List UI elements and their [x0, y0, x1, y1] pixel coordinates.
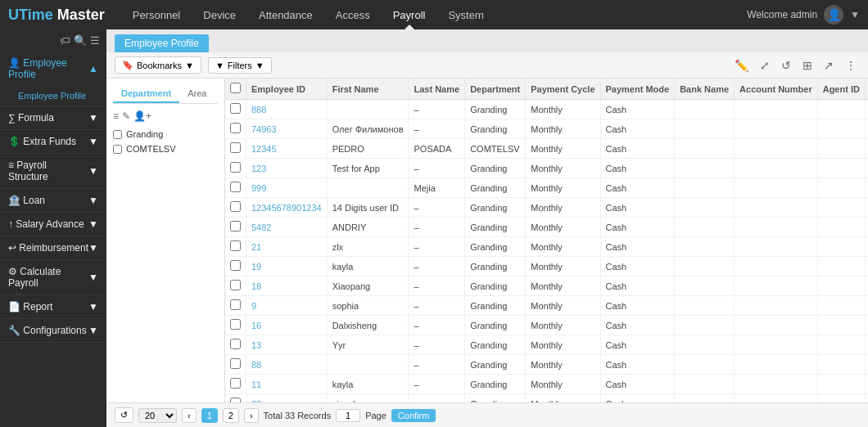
col-employee-id: Employee ID: [246, 79, 328, 100]
nav-access[interactable]: Access: [324, 0, 382, 29]
page-size-select[interactable]: 20 50 100: [138, 408, 177, 423]
page-input[interactable]: [336, 409, 360, 422]
row-checkbox[interactable]: [230, 201, 241, 212]
tab-employee-profile[interactable]: Employee Profile: [115, 34, 209, 52]
row-checkbox[interactable]: [230, 280, 241, 290]
select-all-checkbox[interactable]: [230, 83, 241, 93]
tag-icon[interactable]: 🏷: [60, 34, 70, 47]
edit-icon-btn[interactable]: ✏️: [731, 57, 752, 74]
nav-system[interactable]: System: [436, 0, 495, 29]
employee-id-link[interactable]: 12345678901234: [251, 203, 322, 213]
employee-id-link[interactable]: 74963: [251, 124, 277, 134]
dept-granding-checkbox[interactable]: [113, 130, 122, 139]
sidebar-section-extra-funds-header[interactable]: 💲 Extra Funds ▼: [0, 130, 106, 153]
bookmarks-button[interactable]: 🔖 Bookmarks ▼: [115, 56, 201, 74]
row-bank-name: [675, 119, 735, 139]
employee-id-link[interactable]: 30: [251, 399, 261, 403]
employee-id-link[interactable]: 16: [251, 321, 261, 330]
row-payment-cycle: Monthly: [526, 237, 600, 257]
row-payment-mode: Cash: [600, 335, 675, 355]
pagination: ↺ 20 50 100 ‹ 1 2 › Total 33 Records Pag…: [106, 402, 868, 427]
employee-id-link[interactable]: 999: [251, 183, 266, 193]
row-bank-name: [675, 198, 735, 218]
row-checkbox[interactable]: [230, 358, 241, 369]
employee-id-link[interactable]: 9: [251, 301, 256, 311]
confirm-btn[interactable]: Confirm: [391, 409, 436, 422]
row-agent-id: [817, 276, 865, 296]
employee-id-link[interactable]: 21: [251, 242, 261, 252]
row-bank-name: [675, 139, 735, 159]
sidebar-section-employee-profile-header[interactable]: 👤 Employee Profile ▲: [0, 52, 106, 86]
row-checkbox[interactable]: [230, 319, 241, 330]
dept-comtelsv-item[interactable]: COMTELSV: [113, 142, 218, 156]
sidebar-section-loan-header[interactable]: 🏦 Loan ▼: [0, 189, 106, 212]
top-navigation: UTime Master Personnel Device Attendance…: [0, 0, 868, 29]
extra-funds-label: 💲 Extra Funds: [8, 136, 76, 147]
content-inner: Department Area ≡ ✎ 👤+ Granding COMTELSV: [106, 79, 868, 402]
page-2-btn[interactable]: 2: [223, 408, 239, 423]
row-checkbox[interactable]: [230, 339, 241, 349]
columns-icon-btn[interactable]: ⊞: [799, 57, 816, 74]
refresh-page-btn[interactable]: ↺: [115, 407, 133, 423]
menu-icon[interactable]: ☰: [90, 34, 100, 47]
page-1-btn[interactable]: 1: [201, 408, 218, 423]
row-checkbox[interactable]: [230, 299, 241, 310]
sidebar-section-report-header[interactable]: 📄 Report ▼: [0, 295, 106, 318]
prev-page-btn[interactable]: ‹: [182, 408, 197, 423]
tab-area[interactable]: Area: [179, 85, 215, 103]
sidebar-section-salary-advance-header[interactable]: ↑ Salary Advance ▼: [0, 213, 106, 236]
dept-comtelsv-checkbox[interactable]: [113, 145, 122, 154]
row-bank-name: [675, 375, 735, 394]
logo-blue: UTime: [8, 7, 53, 23]
row-checkbox[interactable]: [230, 240, 241, 251]
edit-tree-icon[interactable]: ✎: [122, 110, 130, 122]
nav-payroll[interactable]: Payroll: [382, 0, 437, 29]
employee-id-link[interactable]: 5482: [251, 222, 271, 232]
chevron-down-icon[interactable]: ▼: [850, 9, 860, 20]
add-tree-icon[interactable]: 👤+: [133, 110, 151, 122]
nav-attendance[interactable]: Attendance: [247, 0, 324, 29]
row-checkbox[interactable]: [230, 182, 241, 192]
sidebar-section-payroll-structure-header[interactable]: ≡ Payroll Structure ▼: [0, 154, 106, 188]
row-checkbox[interactable]: [230, 162, 241, 173]
row-checkbox[interactable]: [230, 221, 241, 231]
search-icon[interactable]: 🔍: [74, 34, 87, 47]
row-checkbox[interactable]: [230, 260, 241, 271]
tab-department[interactable]: Department: [113, 85, 179, 103]
employee-id-link[interactable]: 19: [251, 262, 261, 272]
employee-id-link[interactable]: 13: [251, 340, 261, 350]
row-checkbox[interactable]: [230, 123, 241, 133]
employee-id-link[interactable]: 18: [251, 281, 261, 291]
row-payment-cycle: Monthly: [526, 198, 600, 218]
welcome-text: Welcome admin: [747, 9, 817, 20]
refresh-icon-btn[interactable]: ↺: [778, 57, 794, 74]
row-department: Granding: [465, 375, 526, 394]
nav-personnel[interactable]: Personnel: [121, 0, 192, 29]
sidebar-section-calculate-payroll-header[interactable]: ⚙ Calculate Payroll ▼: [0, 260, 106, 294]
employee-id-link[interactable]: 88: [251, 360, 261, 370]
row-first-name: Test for App: [327, 159, 409, 178]
sidebar-section-configurations-header[interactable]: 🔧 Configurations ▼: [0, 319, 106, 342]
dept-granding-item[interactable]: Granding: [113, 127, 218, 142]
employee-id-link[interactable]: 11: [251, 380, 261, 389]
row-checkbox[interactable]: [230, 142, 241, 153]
row-checkbox[interactable]: [230, 103, 241, 114]
row-checkbox[interactable]: [230, 378, 241, 389]
sidebar-section-formula-header[interactable]: ∑ Formula ▼: [0, 106, 106, 129]
employee-id-link[interactable]: 888: [251, 105, 266, 115]
row-account-number: [735, 316, 818, 335]
share-icon-btn[interactable]: ↗: [821, 57, 837, 74]
expand-tree-icon[interactable]: ≡: [113, 110, 119, 122]
sidebar-item-employee-profile[interactable]: Employee Profile: [0, 86, 106, 106]
sidebar-section-reimbursement-header[interactable]: ↩ Reimbursement ▼: [0, 236, 106, 259]
row-checkbox[interactable]: [230, 398, 241, 402]
filters-button[interactable]: ▼ Filters ▼: [208, 57, 272, 74]
employee-id-link[interactable]: 12345: [251, 144, 277, 154]
more-icon-btn[interactable]: ⋮: [842, 57, 860, 74]
table-row: 18 Xiaopang – Granding Monthly Cash ✎: [225, 276, 868, 296]
employee-id-link[interactable]: 123: [251, 164, 266, 173]
user-avatar[interactable]: 👤: [824, 5, 843, 25]
next-page-btn[interactable]: ›: [244, 408, 259, 423]
expand-icon-btn[interactable]: ⤢: [757, 57, 773, 74]
nav-device[interactable]: Device: [192, 0, 247, 29]
